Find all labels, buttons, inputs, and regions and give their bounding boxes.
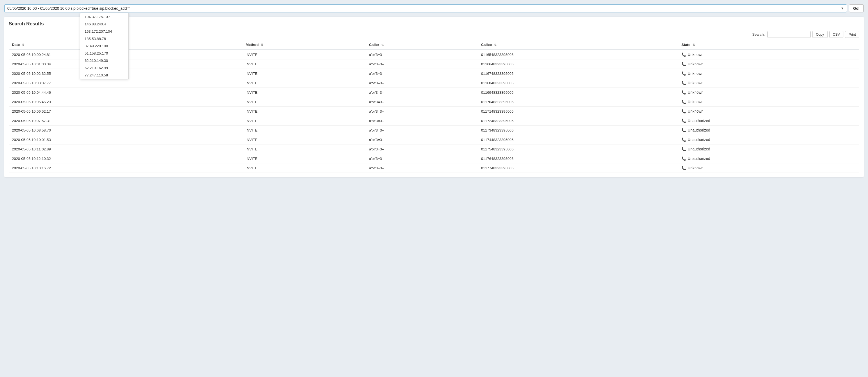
cell-method: INVITE	[242, 135, 366, 144]
table-row[interactable]: 2020-05-05 10:11:02.89 INVITE a'or'3=3--…	[9, 144, 859, 154]
autocomplete-item[interactable]: 146.88.240.4	[80, 21, 128, 28]
state-label: Unknown	[688, 53, 703, 57]
cell-callee: 0116848323395006	[478, 78, 678, 88]
cell-state: 📞 Unknown	[678, 107, 859, 116]
cell-date: 2020-05-05 10:10:01.53	[9, 135, 242, 144]
cell-caller: a'or'3=3--	[366, 135, 478, 144]
autocomplete-item[interactable]: 185.53.88.78	[80, 35, 128, 42]
cell-caller: a'or'3=3--	[366, 163, 478, 173]
cell-state: 📞 Unauthorized	[678, 135, 859, 144]
table-toolbar: Search: Copy CSV Print	[9, 31, 859, 38]
phone-icon: 📞	[681, 81, 686, 85]
autocomplete-item[interactable]: 37.49.229.190	[80, 42, 128, 50]
cell-date: 2020-05-05 10:08:58.70	[9, 126, 242, 135]
cell-caller: a'or'3=3--	[366, 50, 478, 60]
cell-method: INVITE	[242, 144, 366, 154]
search-label: Search:	[752, 32, 765, 36]
print-button[interactable]: Print	[845, 31, 859, 38]
search-results-card: Search Results Search: Copy CSV Print Da…	[4, 17, 864, 177]
table-row[interactable]: 2020-05-05 10:03:37.77 INVITE a'or'3=3--…	[9, 78, 859, 88]
cell-caller: a'or'3=3--	[366, 78, 478, 88]
cell-callee: 0117048323395006	[478, 97, 678, 107]
phone-icon: 📞	[681, 100, 686, 104]
phone-icon: 📞	[681, 53, 686, 57]
sort-callee-icon: ⇅	[494, 43, 496, 47]
phone-icon: 📞	[681, 137, 686, 142]
table-body: 2020-05-05 10:00:24.81 INVITE a'or'3=3--…	[9, 50, 859, 173]
cell-method: INVITE	[242, 116, 366, 126]
autocomplete-item[interactable]: 163.172.207.104	[80, 28, 128, 35]
phone-icon: 📞	[681, 62, 686, 66]
table-row[interactable]: 2020-05-05 10:05:46.23 INVITE a'or'3=3--…	[9, 97, 859, 107]
autocomplete-item[interactable]: 104.37.175.137	[80, 13, 128, 21]
csv-button[interactable]: CSV	[829, 31, 844, 38]
table-row[interactable]: 2020-05-05 10:10:01.53 INVITE a'or'3=3--…	[9, 135, 859, 144]
cell-callee: 0117448323395006	[478, 135, 678, 144]
cell-caller: a'or'3=3--	[366, 126, 478, 135]
cell-date: 2020-05-05 10:11:02.89	[9, 144, 242, 154]
cell-state: 📞 Unknown	[678, 97, 859, 107]
cell-callee: 0116748323395006	[478, 69, 678, 78]
search-bar-container: ▼ Go! 104.37.175.137146.88.240.4163.172.…	[4, 4, 864, 12]
phone-icon: 📞	[681, 166, 686, 170]
state-label: Unknown	[688, 90, 703, 95]
table-row[interactable]: 2020-05-05 10:02:32.55 INVITE a'or'3=3--…	[9, 69, 859, 78]
phone-icon: 📞	[681, 118, 686, 123]
state-label: Unknown	[688, 100, 703, 104]
cell-state: 📞 Unauthorized	[678, 116, 859, 126]
sort-date-icon: ⇅	[22, 43, 24, 47]
cell-caller: a'or'3=3--	[366, 97, 478, 107]
autocomplete-item[interactable]: 77.247.110.58	[80, 72, 128, 79]
table-row[interactable]: 2020-05-05 10:00:24.81 INVITE a'or'3=3--…	[9, 50, 859, 60]
state-label: Unauthorized	[688, 137, 710, 142]
go-button[interactable]: Go!	[849, 4, 864, 12]
col-method[interactable]: Method ⇅	[242, 40, 366, 50]
cell-state: 📞 Unknown	[678, 88, 859, 97]
cell-caller: a'or'3=3--	[366, 69, 478, 78]
table-row[interactable]: 2020-05-05 10:12:10.32 INVITE a'or'3=3--…	[9, 154, 859, 163]
cell-method: INVITE	[242, 154, 366, 163]
cell-method: INVITE	[242, 163, 366, 173]
cell-caller: a'or'3=3--	[366, 154, 478, 163]
autocomplete-item[interactable]: 62.210.149.30	[80, 57, 128, 64]
col-state[interactable]: State ⇅	[678, 40, 859, 50]
search-input[interactable]	[7, 6, 839, 10]
cell-method: INVITE	[242, 50, 366, 60]
col-callee[interactable]: Callee ⇅	[478, 40, 678, 50]
table-row[interactable]: 2020-05-05 10:06:52.17 INVITE a'or'3=3--…	[9, 107, 859, 116]
state-label: Unknown	[688, 109, 703, 113]
cell-method: INVITE	[242, 60, 366, 69]
table-row[interactable]: 2020-05-05 10:07:57.31 INVITE a'or'3=3--…	[9, 116, 859, 126]
cell-method: INVITE	[242, 69, 366, 78]
table-row[interactable]: 2020-05-05 10:13:16.72 INVITE a'or'3=3--…	[9, 163, 859, 173]
cell-state: 📞 Unknown	[678, 50, 859, 60]
phone-icon: 📞	[681, 128, 686, 132]
autocomplete-dropdown: 104.37.175.137146.88.240.4163.172.207.10…	[80, 13, 129, 79]
table-row[interactable]: 2020-05-05 10:01:30.34 INVITE a'or'3=3--…	[9, 60, 859, 69]
cell-callee: 0116648323395006	[478, 60, 678, 69]
cell-callee: 0117748323395006	[478, 163, 678, 173]
search-input-wrapper: ▼	[4, 4, 847, 12]
dropdown-arrow-icon[interactable]: ▼	[839, 6, 844, 10]
table-row[interactable]: 2020-05-05 10:04:44.46 INVITE a'or'3=3--…	[9, 88, 859, 97]
autocomplete-item[interactable]: 62.210.162.99	[80, 64, 128, 72]
autocomplete-item[interactable]: 51.158.25.170	[80, 50, 128, 57]
state-label: Unauthorized	[688, 147, 710, 151]
phone-icon: 📞	[681, 157, 686, 161]
copy-button[interactable]: Copy	[812, 31, 828, 38]
sort-method-icon: ⇅	[261, 43, 263, 47]
sort-caller-icon: ⇅	[381, 43, 384, 47]
cell-state: 📞 Unknown	[678, 78, 859, 88]
cell-state: 📞 Unknown	[678, 69, 859, 78]
table-row[interactable]: 2020-05-05 10:08:58.70 INVITE a'or'3=3--…	[9, 126, 859, 135]
cell-callee: 0117548323395006	[478, 144, 678, 154]
col-caller[interactable]: Caller ⇅	[366, 40, 478, 50]
cell-callee: 0117348323395006	[478, 126, 678, 135]
phone-icon: 📞	[681, 71, 686, 76]
cell-method: INVITE	[242, 97, 366, 107]
cell-callee: 0116548323395006	[478, 50, 678, 60]
table-search-input[interactable]	[767, 31, 811, 38]
phone-icon: 📞	[681, 109, 686, 113]
cell-caller: a'or'3=3--	[366, 107, 478, 116]
cell-caller: a'or'3=3--	[366, 60, 478, 69]
